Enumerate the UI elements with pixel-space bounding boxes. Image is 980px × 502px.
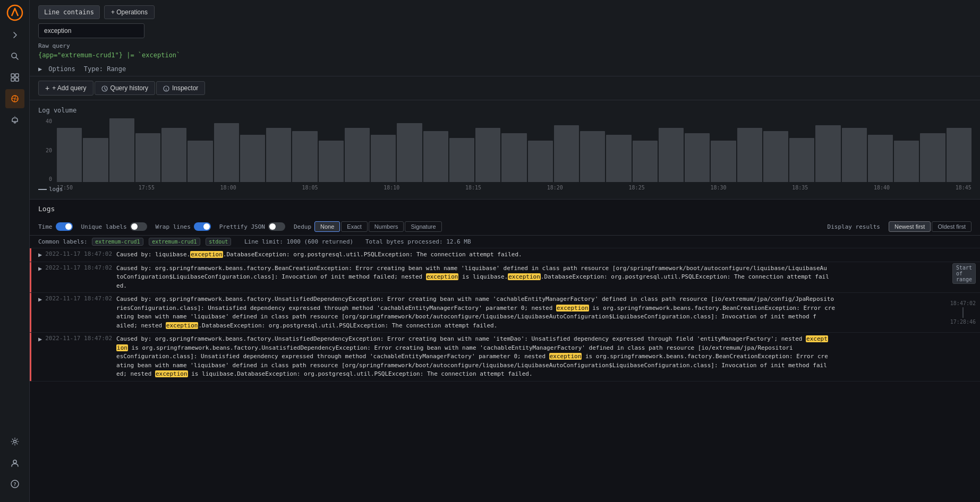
- range-start-label: Startofrange: [952, 263, 976, 284]
- time-toggle[interactable]: [56, 222, 73, 231]
- add-query-button[interactable]: + + Add query: [38, 81, 93, 96]
- sidebar-item-dashboard[interactable]: [5, 68, 24, 87]
- dedup-signature-button[interactable]: Signature: [405, 221, 441, 232]
- query-toolbar: + + Add query Query history i Inspector: [30, 76, 980, 100]
- range-line: [962, 307, 964, 318]
- log-timestamp: 2022-11-17 18:47:02: [45, 250, 112, 259]
- log-highlight: exception: [166, 322, 199, 329]
- log-timestamp: 2022-11-17 18:47:02: [45, 335, 112, 379]
- sort-oldest-button[interactable]: Oldest first: [932, 221, 972, 232]
- options-chevron-icon: ▶: [38, 65, 42, 73]
- log-expand-icon[interactable]: ▶: [38, 335, 42, 379]
- chart-bar: [161, 128, 186, 182]
- log-entry[interactable]: ▶ 2022-11-17 18:47:02 Caused by: liquiba…: [30, 248, 980, 262]
- raw-query-text: {app="extremum-crud1"} |= `exception`: [38, 51, 180, 59]
- query-filter-row: Line contains + Operations: [38, 5, 972, 19]
- chart-bar: [789, 138, 814, 182]
- svg-line-2: [16, 57, 18, 59]
- x-axis-label: 18:00: [220, 185, 236, 191]
- sort-newest-button[interactable]: Newest first: [889, 221, 931, 232]
- prettify-json-control: Prettify JSON: [219, 222, 285, 231]
- chart-bar: [423, 131, 448, 182]
- svg-rect-6: [15, 78, 19, 81]
- range-indicator: Startofrange: [952, 263, 976, 284]
- filter-type-label: Line contains: [38, 5, 100, 19]
- y-label-40: 40: [46, 118, 52, 124]
- log-text: Caused by: liquibase.exception.DatabaseE…: [116, 250, 522, 259]
- sidebar-item-user[interactable]: [5, 453, 24, 472]
- display-results-label: Display results: [828, 223, 880, 230]
- common-labels-text: Common labels:: [38, 238, 88, 245]
- options-row[interactable]: ▶ Options Type: Range: [38, 62, 972, 76]
- chart-bar: [214, 123, 239, 182]
- log-entry[interactable]: ▶ 2022-11-17 18:47:02 Caused by: org.spr…: [30, 293, 980, 333]
- chart-bar: [711, 141, 736, 182]
- wrap-lines-toggle[interactable]: [194, 222, 211, 231]
- chart-bar: [345, 128, 370, 182]
- log-severity-bar: [30, 293, 31, 332]
- chart-bar: [319, 141, 344, 182]
- log-text: Caused by: org.springframework.beans.fac…: [116, 264, 829, 291]
- sidebar-item-search[interactable]: [5, 47, 24, 66]
- chart-bar: [449, 138, 474, 182]
- chart-bar: [920, 133, 945, 182]
- chart-bar: [633, 141, 658, 182]
- dedup-none-button[interactable]: None: [314, 221, 340, 232]
- log-expand-icon[interactable]: ▶: [38, 295, 42, 330]
- chart-bar: [292, 131, 317, 182]
- log-highlight: exception: [426, 273, 459, 280]
- chart-bar: [57, 128, 82, 182]
- dedup-exact-button[interactable]: Exact: [341, 221, 368, 232]
- time-label: Time: [38, 223, 53, 230]
- total-bytes-text: Total bytes processed: 12.6 MB: [365, 238, 471, 245]
- unique-labels-control: Unique labels: [81, 222, 147, 231]
- chart-x-axis: 17:5017:5518:0018:0518:1018:1518:2018:25…: [57, 182, 972, 193]
- sidebar-item-explore[interactable]: [5, 89, 24, 108]
- log-expand-icon[interactable]: ▶: [38, 250, 42, 259]
- history-icon: [101, 84, 108, 92]
- raw-query-label: Raw query: [38, 42, 972, 49]
- main-content: Line contains + Operations Raw query {ap…: [30, 0, 980, 502]
- chart-bar: [947, 128, 972, 182]
- log-severity-bar: [30, 333, 31, 381]
- prettify-json-label: Prettify JSON: [219, 223, 265, 230]
- chart-bar: [842, 128, 867, 182]
- x-axis-label: 17:55: [139, 185, 155, 191]
- log-entries-container: ▶ 2022-11-17 18:47:02 Caused by: liquiba…: [30, 248, 980, 502]
- unique-labels-toggle[interactable]: [130, 222, 147, 231]
- sidebar-item-alerting[interactable]: [5, 110, 24, 129]
- operations-button[interactable]: + Operations: [104, 5, 155, 19]
- time-control: Time: [38, 222, 73, 231]
- log-entry[interactable]: ▶ 2022-11-17 18:47:02 Caused by: org.spr…: [30, 333, 980, 382]
- prettify-json-toggle[interactable]: [268, 222, 285, 231]
- inspector-button[interactable]: i Inspector: [156, 81, 205, 95]
- logs-title: Logs: [38, 205, 972, 213]
- chart-bar: [580, 131, 605, 182]
- dedup-control: Dedup None Exact Numbers Signature: [294, 221, 442, 232]
- sidebar-item-help[interactable]: ?: [5, 474, 24, 494]
- query-input-field[interactable]: [38, 23, 144, 38]
- x-axis-label: 18:05: [302, 185, 318, 191]
- chart-bar: [266, 128, 291, 182]
- chart-bar: [188, 141, 212, 182]
- query-history-button[interactable]: Query history: [95, 81, 155, 95]
- y-label-20: 20: [46, 148, 52, 153]
- log-entry[interactable]: ▶ 2022-11-17 18:47:02 Caused by: org.spr…: [30, 262, 980, 293]
- sidebar-nav: [5, 47, 24, 432]
- x-axis-label: 18:40: [874, 185, 890, 191]
- chart-bar: [606, 135, 631, 182]
- log-expand-icon[interactable]: ▶: [38, 264, 42, 291]
- common-labels-bar: Common labels: extremum-crud1 extremum-c…: [30, 236, 980, 248]
- label-badge-3: stdout: [206, 238, 231, 246]
- legend-line-icon: [38, 189, 47, 190]
- dedup-options-group: None Exact Numbers Signature: [314, 221, 442, 232]
- log-timestamp: 2022-11-17 18:47:02: [45, 295, 112, 330]
- dedup-numbers-button[interactable]: Numbers: [369, 221, 404, 232]
- chart-bar: [135, 133, 160, 182]
- sidebar-toggle-btn[interactable]: [7, 28, 22, 42]
- sort-group: Newest first Oldest first: [889, 221, 972, 232]
- wrap-lines-control: Wrap lines: [156, 222, 211, 231]
- chart-bar: [737, 128, 762, 182]
- sidebar-item-settings[interactable]: [5, 432, 24, 451]
- log-text: Caused by: org.springframework.beans.fac…: [116, 335, 828, 379]
